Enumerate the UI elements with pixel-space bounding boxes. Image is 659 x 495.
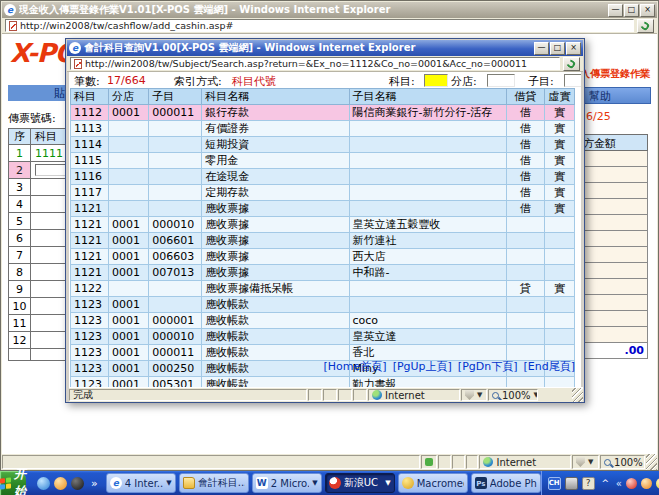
popup-maximize-button[interactable]: □ [550,42,565,55]
task-button[interactable]: 2 Micro... ▼ [252,473,322,493]
quick-launch-icon[interactable] [71,477,84,490]
quick-launch-icon[interactable] [54,477,67,490]
page-heading-partial: 入傳票登錄作業 [580,67,650,81]
main-zoom-panel[interactable]: 100%▼ [600,455,645,469]
subject-row[interactable]: 1123 0001 應收帳款 [71,297,575,313]
tray-collapse-chevron[interactable]: « [616,478,622,489]
subject-row[interactable]: 1114 短期投資 借 實 [71,137,575,153]
task-button[interactable]: 新浪UC ▼ [325,473,395,493]
index-mode-value: 科目代號 [232,74,276,89]
refresh-icon [639,20,650,31]
task-button[interactable]: Adobe Ph... ▼ [471,473,541,493]
popup-title-bar: 會計科目查詢V1.00[X-POS 雲端網] - Windows Interne… [67,40,583,56]
subject-row[interactable]: 1123 0001 000001 應收帳款 coco [71,313,575,329]
query-bar: 筆數: 17/664 索引方式: 科目代號 科目: 分店: 子目: [69,72,581,88]
popup-url-field[interactable]: http://win2008/tw/Subject/Search.asp?ret… [70,57,560,70]
index-mode-label: 索引方式: [174,74,222,89]
popup-zoom-panel[interactable]: 100%▼ [488,389,538,401]
page-icon [9,21,17,31]
main-status-message [2,455,420,469]
pager-link[interactable]: [Home首頁] [324,360,387,373]
subject-row[interactable]: 1112 0001 000011 銀行存款 陽信商業銀行-新竹分行-活存 借 實 [71,105,575,121]
minimize-button[interactable]: — [608,4,623,17]
popup-zone-panel: Internet [368,389,460,401]
internet-globe-icon [483,457,493,467]
maximize-button[interactable]: □ [624,4,639,17]
subject-row[interactable]: 1121 0001 006601 應收票據 新竹連社 [71,233,575,249]
col-sub-name: 子目名稱 [349,89,506,105]
popup-refresh-button[interactable] [563,57,580,71]
security-shield-icon [465,390,474,400]
subject-filter-input[interactable] [424,74,448,87]
page-icon [74,59,82,69]
main-resize-grip[interactable] [646,454,657,470]
popup-status-cell-4 [353,389,367,401]
pager-link[interactable]: [PgDn下頁] [458,360,518,373]
task-icon [183,477,195,489]
subject-row[interactable]: 1121 0001 000010 應收票據 皇英立達五穀豐收 [71,217,575,233]
popup-security-panel[interactable]: ▼ [461,389,487,401]
zoom-lens-icon [604,459,611,466]
refresh-button[interactable] [637,19,654,33]
task-button[interactable]: 4 Inter... ▼ [106,473,176,493]
task-button[interactable]: Macromed... ▼ [398,473,468,493]
main-zone-label: Internet [496,457,536,468]
branch-filter-input[interactable] [487,74,515,87]
help-tray-icon[interactable]: ? [582,477,595,490]
subject-row[interactable]: 1121 0001 006603 應收票據 西大店 [71,249,575,265]
main-status-cell-1 [421,455,437,469]
updates-tray-icon[interactable]: ^ [599,477,612,490]
main-url-field[interactable]: http://win2008/tw/cashflow/add_cashin.as… [5,19,634,32]
main-status-bar: Internet ▼ 100%▼ [2,453,657,470]
subject-row[interactable]: 1115 零用金 借 實 [71,153,575,169]
close-button[interactable]: × [640,4,655,17]
language-indicator[interactable]: CH [548,477,561,490]
subject-row[interactable]: 1123 0001 005301 應收帳款 勤力書報 [71,377,575,388]
subject-table-header: 科目 分店 子目 科目名稱 子目名稱 借貸 虛實 [71,89,575,105]
record-count-label: 筆數: [74,74,100,89]
taskbar: 开始 » 4 Inter... ▼ 會計科目... ▼ [0,471,659,495]
task-button[interactable]: 會計科目... ▼ [179,473,249,493]
sub-filter-input[interactable] [564,74,581,87]
quick-launch-icon[interactable] [37,477,50,490]
pager-link[interactable]: [End尾頁] [524,360,576,373]
subject-filter-label: 科目: [389,74,415,89]
subject-row[interactable]: 1122 應收票據備抵呆帳 貸 實 [71,281,575,297]
qq-tray-icon[interactable] [626,478,637,489]
popup-status-cell-3 [338,389,352,401]
subject-row[interactable]: 1113 有價證券 借 實 [71,121,575,137]
main-security-panel[interactable]: ▼ [572,455,599,469]
internet-globe-icon [372,390,382,400]
quick-launch-overflow-chevron[interactable]: » [89,477,100,490]
windows-flag-icon [0,477,11,489]
subject-row[interactable]: 1116 在途現金 借 實 [71,169,575,185]
record-count-value: 17/664 [107,74,146,87]
branch-filter-label: 分店: [451,74,477,89]
popup-zoom-level: 100% [502,390,531,401]
pager-link[interactable]: [PgUp上頁] [393,360,452,373]
subject-row[interactable]: 1123 0001 000010 應收帳款 皇英立達 [71,329,575,345]
popup-close-button[interactable]: × [566,42,581,55]
subject-row[interactable]: 1121 0001 007013 應收票據 中和路- [71,265,575,281]
col-seq: 序 [9,129,31,145]
zoom-dropdown-arrow: ▼ [534,391,538,399]
toolbar-partial-button[interactable]: 貼 [8,85,67,101]
security-dropdown-arrow: ▼ [477,391,482,399]
screen: 現金收入傳票登錄作業V1.01[X-POS 雲端網] - Windows Int… [0,0,659,495]
pager-links: [Home首頁][PgUp上頁][PgDn下頁][End尾頁] [318,359,575,374]
printer-tray-icon[interactable] [565,477,578,490]
security-shield-icon [576,457,585,467]
main-url-text: http://win2008/tw/cashflow/add_cashin.as… [20,20,233,31]
popup-status-bar: 完成 Internet ▼ 100%▼ [69,387,583,402]
popup-resize-grip[interactable] [572,388,583,402]
subject-row[interactable]: 1121 應收票據 借 實 [71,201,575,217]
col-subject-name: 科目名稱 [202,89,349,105]
task-dropdown-arrow: ▼ [385,479,390,487]
main-status-cell-2 [438,455,451,469]
popup-minimize-button[interactable]: — [534,42,549,55]
subject-row[interactable]: 1117 定期存款 借 實 [71,185,575,201]
messenger-tray-icon[interactable] [641,478,652,489]
popup-page-content: 筆數: 17/664 索引方式: 科目代號 科目: 分店: 子目: 科目 分店 … [69,72,581,387]
main-window-title: 現金收入傳票登錄作業V1.01[X-POS 雲端網] - Windows Int… [19,3,608,17]
start-button[interactable]: 开始 [0,471,26,495]
